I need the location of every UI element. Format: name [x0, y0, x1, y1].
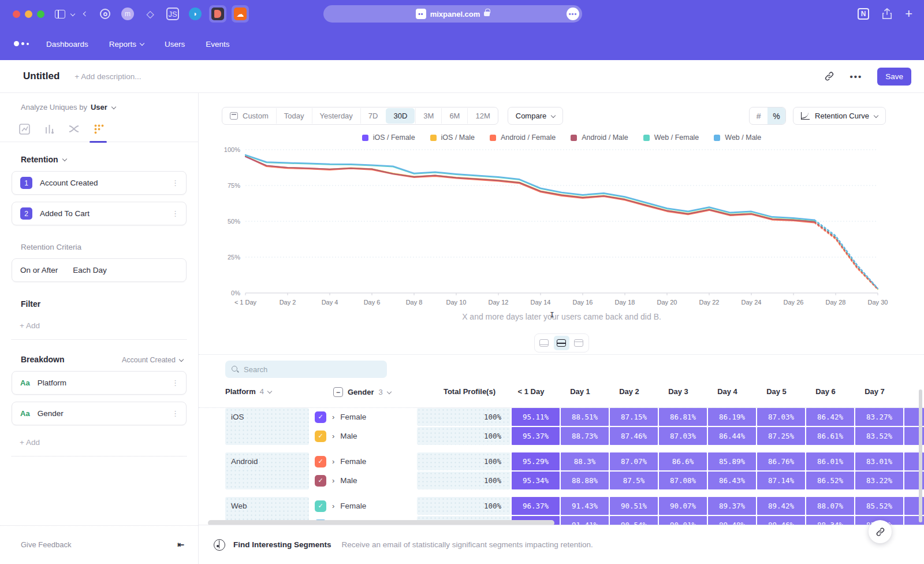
retention-value-cell[interactable]: 87.03% [659, 427, 707, 445]
retention-value-cell[interactable]: 83.01% [855, 452, 903, 470]
retention-value-cell[interactable]: 86.81% [659, 408, 707, 426]
table-only-layout-button[interactable] [571, 336, 587, 350]
report-title[interactable]: Untitled [23, 70, 59, 82]
retention-value-cell[interactable]: 86.42% [806, 408, 854, 426]
retention-section-heading[interactable]: Retention [0, 142, 198, 164]
percent-toggle[interactable]: % [767, 107, 785, 124]
day-column-header[interactable]: Day 2 [605, 387, 654, 396]
gender-cell[interactable]: ✓›Female [309, 408, 417, 426]
retention-value-cell[interactable]: 88.07% [806, 497, 854, 515]
notion-extension-icon[interactable]: N [858, 8, 869, 20]
expand-row-icon[interactable]: › [332, 413, 334, 421]
event-step-card[interactable]: 2 Added To Cart ⋮ [12, 202, 187, 225]
series-checkbox[interactable]: ✓ [315, 431, 326, 442]
retention-value-cell[interactable]: 87.03% [757, 408, 805, 426]
chart-type-selector[interactable]: Retention Curve [793, 107, 886, 125]
nav-item-events[interactable]: Events [206, 40, 229, 49]
tab-funnels[interactable] [43, 123, 55, 135]
step-options-icon[interactable]: ⋮ [172, 179, 179, 187]
indeterminate-checkbox[interactable]: − [333, 387, 343, 397]
retention-value-cell[interactable]: 85.52% [855, 497, 903, 515]
nav-item-dashboards[interactable]: Dashboards [46, 40, 88, 49]
legend-item[interactable]: iOS / Male [430, 133, 475, 142]
retention-value-cell[interactable]: 91.41% [561, 516, 609, 525]
retention-value-cell[interactable]: 86.19% [708, 408, 756, 426]
copy-link-icon[interactable] [824, 71, 834, 81]
retention-value-cell[interactable]: 88.51% [561, 408, 609, 426]
segments-title[interactable]: Find Interesting Segments [233, 540, 331, 549]
retention-value-cell[interactable]: 88.88% [561, 472, 609, 489]
breakdown-options-icon[interactable]: ⋮ [172, 409, 179, 418]
retention-value-cell[interactable]: 89.42% [757, 497, 805, 515]
retention-value-cell[interactable]: 91.43% [561, 497, 609, 515]
tab-insights[interactable] [18, 123, 30, 135]
series-checkbox[interactable]: ✓ [315, 411, 326, 423]
analyze-entity-selector[interactable]: User [91, 103, 107, 112]
sidebar-dropdown[interactable] [71, 12, 74, 16]
collapse-sidebar-icon[interactable]: ⇤ [177, 540, 184, 549]
nav-item-reports[interactable]: Reports [109, 40, 144, 49]
retention-value-cell[interactable]: 89.46% [757, 516, 805, 525]
retention-value-cell[interactable]: 88.3% [561, 452, 609, 470]
retention-value-cell[interactable]: 89.37% [708, 497, 756, 515]
retention-value-cell[interactable]: 95.29% [512, 452, 560, 470]
url-options-button[interactable]: ••• [567, 8, 579, 20]
new-tab-button[interactable]: + [905, 6, 912, 21]
retention-value-cell[interactable]: 83.52% [855, 427, 903, 445]
day-column-header[interactable]: Day 3 [654, 387, 703, 396]
tab-retention-active[interactable] [93, 123, 105, 135]
platform-cell[interactable]: iOS [225, 408, 309, 445]
legend-item[interactable]: Web / Male [714, 133, 761, 142]
total-profiles-header[interactable]: Total Profile(s) [412, 387, 495, 396]
retention-value-cell[interactable]: 90.54% [610, 516, 658, 525]
breakdown-card[interactable]: Aa Platform ⋮ [12, 371, 187, 395]
address-bar[interactable]: •• mixpanel.com ••• [323, 5, 582, 23]
breakdown-event-selector[interactable]: Account Created [122, 356, 183, 364]
retention-value-cell[interactable]: 87.46% [610, 427, 658, 445]
retention-value-cell[interactable]: 95.11% [512, 408, 560, 426]
compare-button[interactable]: Compare [508, 107, 563, 125]
criteria-interval-selector[interactable]: Each Day [73, 266, 107, 274]
breakdown-options-icon[interactable]: ⋮ [172, 379, 179, 387]
expand-row-icon[interactable]: › [332, 502, 334, 510]
retention-value-cell[interactable]: 86.52% [806, 472, 854, 489]
step-options-icon[interactable]: ⋮ [172, 209, 179, 218]
tab-js[interactable]: JS [164, 5, 181, 23]
save-button[interactable]: Save [877, 68, 911, 86]
gender-cell[interactable]: ✓›Male [309, 472, 417, 489]
tab-blue-app[interactable]: ◗ [187, 5, 204, 23]
close-window-button[interactable] [13, 10, 20, 18]
table-search-input[interactable] [244, 365, 371, 374]
retention-value-cell[interactable]: 90.01% [659, 516, 707, 525]
platform-column-header[interactable]: Platform 4 [225, 387, 271, 396]
retention-value-cell[interactable]: 83.22% [855, 472, 903, 489]
add-description-field[interactable]: + Add description... [74, 72, 141, 81]
day-column-header[interactable]: Day 1 [556, 387, 605, 396]
platform-cell[interactable]: Android [225, 452, 309, 489]
retention-value-cell[interactable]: 90.51% [610, 497, 658, 515]
retention-value-cell[interactable]: 96.37% [512, 497, 560, 515]
expand-row-icon[interactable]: › [332, 432, 334, 440]
day-column-header[interactable]: Day 4 [703, 387, 752, 396]
absolute-numbers-toggle[interactable]: # [750, 107, 767, 124]
expand-row-icon[interactable]: › [332, 457, 334, 466]
minimize-window-button[interactable] [25, 10, 32, 18]
legend-item[interactable]: Android / Female [490, 133, 556, 142]
retention-value-cell[interactable]: 87.08% [659, 472, 707, 489]
legend-item[interactable]: Android / Male [571, 133, 628, 142]
day-column-header[interactable]: Day 5 [752, 387, 801, 396]
tab-m-app[interactable]: m [119, 5, 136, 23]
criteria-type-selector[interactable]: On or After [20, 266, 58, 274]
browser-sidebar-toggle[interactable] [55, 10, 65, 18]
retention-value-cell[interactable]: 87.15% [610, 408, 658, 426]
range-3m[interactable]: 3M [415, 108, 441, 124]
retention-value-cell[interactable]: 95.37% [512, 427, 560, 445]
retention-value-cell[interactable]: 87.07% [610, 452, 658, 470]
series-checkbox[interactable]: ✓ [315, 456, 326, 467]
breakdown-card[interactable]: Aa Gender ⋮ [12, 402, 187, 425]
event-step-card[interactable]: 1 Account Created ⋮ [12, 171, 187, 195]
retention-value-cell[interactable]: 83.27% [855, 408, 903, 426]
table-search-box[interactable] [225, 361, 387, 378]
browser-back-button[interactable] [84, 12, 87, 16]
retention-value-cell[interactable]: 86.44% [708, 427, 756, 445]
